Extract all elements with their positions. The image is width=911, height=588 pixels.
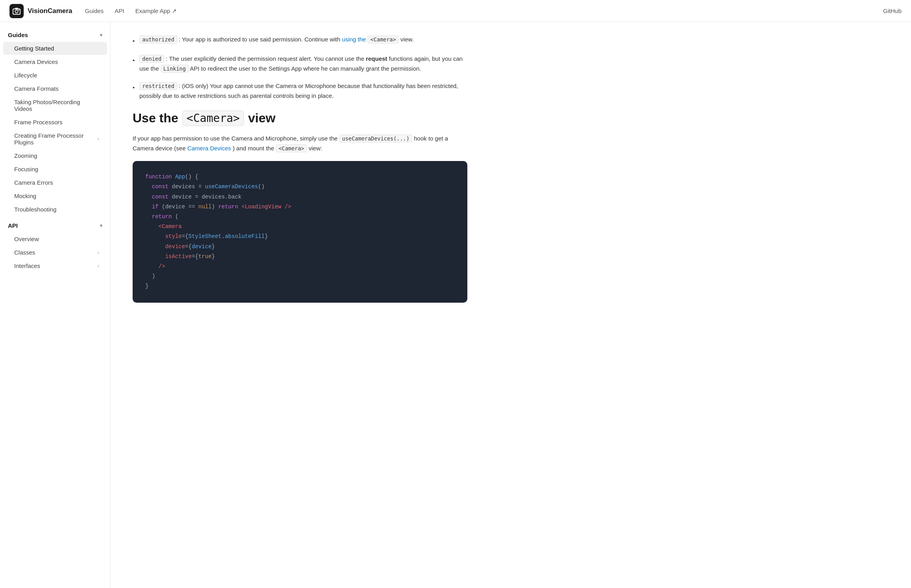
- bullet-restricted: • restricted : (iOS only) Your app canno…: [133, 81, 467, 101]
- bullet-authorized-content: authorized : Your app is authorized to u…: [139, 35, 467, 46]
- bullet-denied-content: denied : The user explicitly denied the …: [139, 54, 467, 74]
- code-line-6: return (: [145, 212, 455, 222]
- authorized-code: authorized: [139, 36, 177, 43]
- denied-code: denied: [139, 55, 164, 63]
- sidebar-item-mocking[interactable]: Mocking: [3, 189, 107, 202]
- guides-section-header[interactable]: Guides ▾: [0, 28, 110, 41]
- bullet-denied: • denied : The user explicitly denied th…: [133, 54, 467, 74]
- sidebar-item-camera-formats[interactable]: Camera Formats: [3, 82, 107, 95]
- bullet-dot-1: •: [133, 36, 135, 46]
- sidebar-item-classes[interactable]: Classes ›: [3, 246, 107, 259]
- bullet-dot-3: •: [133, 83, 135, 101]
- classes-chevron-icon: ›: [97, 250, 99, 255]
- use-camera-heading: Use the <Camera> view: [133, 110, 467, 126]
- nav-logo-text: VisionCamera: [28, 7, 72, 15]
- sidebar-item-camera-errors[interactable]: Camera Errors: [3, 176, 107, 189]
- restricted-text: : (iOS only) Your app cannot use the Cam…: [139, 82, 458, 99]
- nav-link-example-app[interactable]: Example App ↗: [135, 7, 177, 15]
- sidebar-item-taking-photos[interactable]: Taking Photos/Recording Videos: [3, 96, 107, 115]
- svg-point-1: [15, 10, 18, 13]
- sidebar-item-lifecycle[interactable]: Lifecycle: [3, 69, 107, 82]
- denied-text-1: : The user explicitly denied the permiss…: [166, 55, 366, 62]
- sidebar-item-camera-devices[interactable]: Camera Devices: [3, 55, 107, 68]
- request-bold: request: [366, 55, 387, 62]
- code-line-11: />: [145, 262, 455, 272]
- guides-section: Guides ▾ Getting Started Camera Devices …: [0, 28, 110, 216]
- code-line-7: <Camera: [145, 222, 455, 232]
- nav-logo[interactable]: VisionCamera: [9, 4, 72, 18]
- sidebar: Guides ▾ Getting Started Camera Devices …: [0, 22, 111, 588]
- restricted-code: restricted: [139, 82, 177, 90]
- code-line-12: ): [145, 272, 455, 281]
- creating-frame-chevron-icon: ›: [97, 136, 99, 142]
- api-section-header[interactable]: API ▾: [0, 219, 110, 232]
- denied-text-3: API to redirect the user to the Settings…: [190, 65, 421, 72]
- authorized-text: : Your app is authorized to use said per…: [179, 36, 342, 43]
- guides-chevron-icon: ▾: [100, 32, 102, 38]
- svg-rect-2: [15, 7, 18, 9]
- code-line-3: const device = devices.back: [145, 192, 455, 202]
- desc-text-before: If your app has permission to use the Ca…: [133, 135, 339, 142]
- heading-before: Use the: [133, 111, 178, 125]
- bullet-dot-2: •: [133, 56, 135, 74]
- camera-tag-code-2: <Camera>: [276, 144, 307, 152]
- sidebar-item-overview[interactable]: Overview: [3, 232, 107, 245]
- using-the-link[interactable]: using the <Camera>: [342, 36, 399, 43]
- sidebar-item-troubleshooting[interactable]: Troubleshooting: [3, 203, 107, 216]
- guides-section-label: Guides: [8, 32, 28, 38]
- desc-paragraph: If your app has permission to use the Ca…: [133, 134, 467, 154]
- nav-link-guides[interactable]: Guides: [85, 7, 104, 14]
- camera-devices-link[interactable]: Camera Devices: [187, 145, 231, 152]
- linking-code: Linking: [161, 65, 189, 73]
- use-camera-devices-code: useCameraDevices(...): [339, 135, 412, 142]
- api-section: API ▾ Overview Classes › Interfaces ›: [0, 219, 110, 272]
- logo-icon: [9, 4, 24, 18]
- camera-tag-code-1: <Camera>: [367, 36, 399, 43]
- code-line-10: isActive={true}: [145, 252, 455, 262]
- desc-text-end: view:: [309, 145, 322, 152]
- code-line-1: function App() {: [145, 172, 455, 182]
- svg-point-3: [18, 9, 19, 10]
- main-content: • authorized : Your app is authorized to…: [111, 22, 489, 588]
- code-line-5: if (device == null) return <LoadingView …: [145, 202, 455, 212]
- nav-link-api[interactable]: API: [115, 7, 124, 14]
- code-line-2: const devices = useCameraDevices(): [145, 182, 455, 192]
- content-bullets: • authorized : Your app is authorized to…: [133, 35, 467, 101]
- api-section-label: API: [8, 222, 18, 229]
- api-chevron-icon: ▾: [100, 223, 102, 228]
- nav-links: Guides API Example App ↗: [85, 7, 883, 15]
- interfaces-chevron-icon: ›: [97, 263, 99, 269]
- sidebar-item-interfaces[interactable]: Interfaces ›: [3, 259, 107, 272]
- sidebar-item-zooming[interactable]: Zooming: [3, 149, 107, 162]
- camera-heading-code: <Camera>: [182, 110, 244, 126]
- bullet-restricted-content: restricted : (iOS only) Your app cannot …: [139, 81, 467, 101]
- code-line-9: device={device}: [145, 242, 455, 252]
- sidebar-item-frame-processors[interactable]: Frame Processors: [3, 116, 107, 129]
- heading-after: view: [248, 111, 275, 125]
- authorized-text-end: view.: [401, 36, 414, 43]
- sidebar-item-creating-frame-processor-plugins[interactable]: Creating Frame Processor Plugins ›: [3, 129, 107, 149]
- code-line-13: }: [145, 281, 455, 291]
- sidebar-item-focusing[interactable]: Focusing: [3, 163, 107, 176]
- bullet-authorized: • authorized : Your app is authorized to…: [133, 35, 467, 46]
- code-block: function App() { const devices = useCame…: [133, 161, 467, 302]
- sidebar-item-getting-started[interactable]: Getting Started: [3, 42, 107, 55]
- desc-text-after: ) and mount the: [232, 145, 276, 152]
- code-line-8: style={StyleSheet.absoluteFill}: [145, 232, 455, 242]
- top-nav: VisionCamera Guides API Example App ↗ Gi…: [0, 0, 911, 22]
- main-layout: Guides ▾ Getting Started Camera Devices …: [0, 22, 911, 588]
- nav-github[interactable]: GitHub: [883, 7, 902, 14]
